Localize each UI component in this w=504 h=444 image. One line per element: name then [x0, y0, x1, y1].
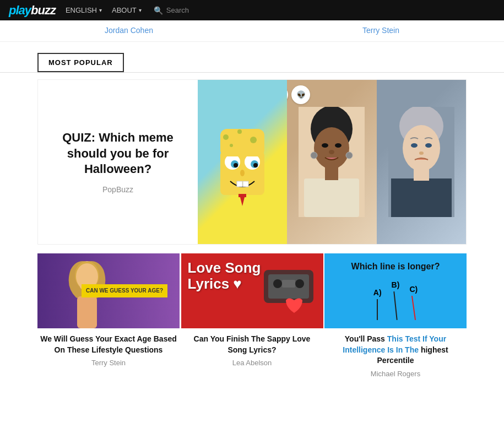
- svg-point-25: [346, 152, 353, 159]
- card-iq-thumb: Which line is longer? A) B) C): [324, 253, 467, 328]
- svg-point-33: [419, 151, 424, 155]
- age-overlay-text: CAN WE GUESS YOUR AGE?: [86, 288, 163, 294]
- image-person2: [377, 80, 466, 244]
- iq-question: Which line is longer?: [351, 262, 440, 272]
- svg-point-11: [223, 134, 229, 140]
- svg-point-21: [322, 143, 328, 148]
- svg-point-30: [403, 125, 440, 171]
- card-iq-title: You'll Pass This Test If Your Intelligen…: [324, 328, 467, 370]
- authors-row: Jordan Cohen Terry Stein: [0, 20, 504, 42]
- svg-rect-35: [414, 167, 429, 181]
- search-bar[interactable]: 🔍 Search: [154, 6, 189, 15]
- featured-text: QUIZ: Which meme should you be for Hallo…: [38, 80, 198, 244]
- card-age-author: Terry Stein: [37, 359, 180, 371]
- featured-title: QUIZ: Which meme should you be for Hallo…: [49, 130, 187, 177]
- section-header: MOST POPULAR: [0, 42, 504, 72]
- svg-point-7: [240, 170, 245, 176]
- love-song-title-text: Love SongLyrics ♥: [188, 260, 261, 291]
- featured-author: PopBuzz: [102, 185, 133, 194]
- svg-rect-9: [243, 181, 248, 187]
- card-iq[interactable]: Which line is longer? A) B) C): [324, 253, 467, 382]
- svg-point-13: [250, 137, 257, 143]
- svg-point-12: [237, 129, 242, 134]
- svg-rect-16: [239, 194, 246, 197]
- image-spongebob: [198, 80, 287, 244]
- most-popular-button[interactable]: MOST POPULAR: [37, 53, 124, 72]
- image-person1: [287, 80, 376, 244]
- svg-rect-27: [325, 166, 338, 180]
- search-icon: 🔍: [154, 6, 163, 15]
- card-age-title: We Will Guess Your Exact Age Based On Th…: [37, 328, 180, 359]
- svg-point-6: [253, 163, 258, 167]
- iq-line-a: A): [373, 288, 382, 320]
- card-love-title: Can You Finish The Sappy Love Song Lyric…: [181, 328, 323, 359]
- svg-rect-47: [282, 280, 295, 288]
- nav-english[interactable]: ENGLISH ▾: [66, 6, 102, 14]
- featured-card[interactable]: QUIZ: Which meme should you be for Hallo…: [37, 79, 467, 245]
- card-grid: CAN WE GUESS YOUR AGE? We Will Guess You…: [0, 245, 504, 382]
- svg-point-24: [311, 152, 317, 159]
- chevron-down-icon: ▾: [139, 7, 142, 13]
- svg-rect-34: [391, 178, 452, 217]
- author-right[interactable]: Terry Stein: [362, 26, 399, 35]
- iq-line-c: C): [409, 285, 418, 320]
- card-love-author: Lea Abelson: [181, 359, 323, 371]
- card-age[interactable]: CAN WE GUESS YOUR AGE? We Will Guess You…: [37, 253, 180, 382]
- svg-point-23: [329, 150, 334, 154]
- card-iq-author: Michael Rogers: [324, 370, 467, 382]
- svg-rect-10: [220, 129, 264, 156]
- svg-rect-26: [304, 178, 359, 217]
- svg-point-22: [335, 143, 342, 148]
- card-age-thumb: CAN WE GUESS YOUR AGE?: [37, 253, 180, 328]
- chevron-down-icon: ▾: [99, 7, 102, 13]
- svg-point-31: [411, 143, 418, 148]
- svg-rect-40: [77, 296, 97, 328]
- svg-point-14: [230, 144, 233, 147]
- card-love[interactable]: Love SongLyrics ♥ Can You Finish The Sap…: [181, 253, 323, 382]
- iq-line-b: B): [392, 280, 400, 320]
- card-love-thumb: Love SongLyrics ♥: [181, 253, 323, 328]
- svg-point-45: [273, 279, 282, 288]
- svg-point-20: [314, 127, 349, 169]
- svg-point-32: [425, 143, 432, 148]
- svg-point-46: [295, 279, 304, 288]
- navigation: playbuzz ENGLISH ▾ ABOUT ▾ 🔍 Search: [0, 0, 504, 20]
- nav-about[interactable]: ABOUT ▾: [112, 6, 142, 14]
- reddit-share-button[interactable]: 👽: [291, 85, 310, 104]
- svg-rect-8: [237, 181, 242, 187]
- logo[interactable]: playbuzz: [9, 3, 56, 18]
- author-left[interactable]: Jordan Cohen: [105, 26, 153, 35]
- iq-lines: A) B) C): [373, 280, 418, 320]
- svg-point-5: [234, 163, 238, 167]
- featured-images: f 🐦 t 𝐏 👽: [198, 80, 466, 244]
- iq-content: Which line is longer? A) B) C): [330, 256, 461, 326]
- featured-section: QUIZ: Which meme should you be for Hallo…: [0, 73, 504, 245]
